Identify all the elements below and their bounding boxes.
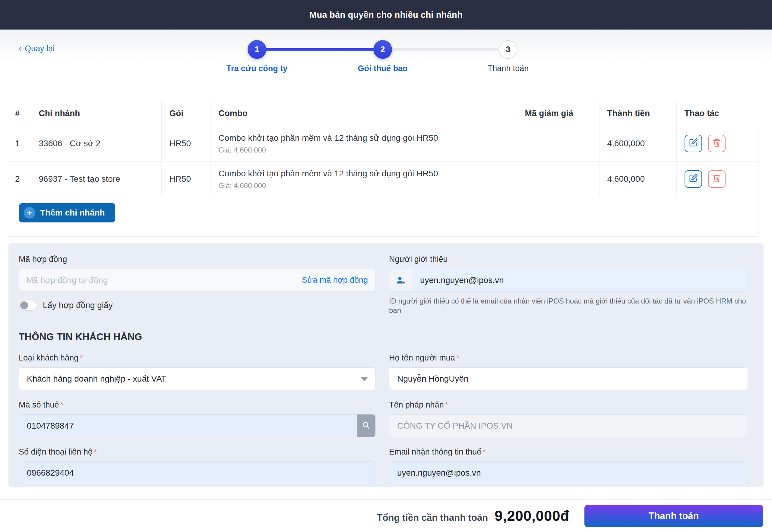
tax-email-block: Email nhận thông tin thuế*	[389, 447, 748, 484]
required-mark: *	[94, 447, 97, 456]
row-combo: Combo khởi tạo phần mềm và 12 tháng sử d…	[210, 161, 517, 197]
row-actions	[676, 126, 759, 161]
referrer-help-text: ID người giới thiệu có thể là email của …	[389, 296, 748, 315]
required-mark: *	[456, 353, 460, 362]
back-link[interactable]: ‹ Quay lại	[19, 44, 55, 53]
referrer-field	[389, 269, 748, 291]
stepper-connector-todo	[383, 48, 508, 51]
add-branch-label: Thêm chi nhánh	[40, 208, 105, 218]
row-branch: 33606 - Cơ sở 2	[31, 126, 161, 161]
top-bar: Mua bản quyền cho nhiều chi nhánh	[0, 0, 772, 30]
referrer-person-icon	[389, 269, 412, 291]
tax-email-label: Email nhận thông tin thuế	[389, 447, 481, 456]
row-branch: 96937 - Test tạo store	[31, 161, 161, 197]
legal-name-input	[389, 414, 748, 437]
contract-code-input[interactable]	[26, 275, 302, 285]
row-index: 1	[7, 126, 31, 161]
trash-icon	[712, 174, 721, 185]
col-header-index: #	[7, 101, 31, 126]
payment-footer: Tổng tiền cần thanh toán 9,200,000đ Than…	[0, 499, 772, 532]
col-header-actions: Thao tác	[676, 101, 759, 126]
col-header-combo: Combo	[210, 101, 517, 126]
add-branch-button[interactable]: + Thêm chi nhánh	[19, 203, 115, 222]
row-actions	[676, 161, 759, 197]
back-link-label: Quay lại	[25, 44, 55, 53]
delete-row-button[interactable]	[708, 135, 726, 152]
step-1-label: Tra cứu công ty	[206, 64, 308, 73]
step-2-circle[interactable]: 2	[373, 40, 392, 59]
combo-title: Combo khởi tạo phần mềm và 12 tháng sử d…	[219, 168, 509, 179]
page-title: Mua bản quyền cho nhiều chi nhánh	[309, 10, 463, 20]
row-index: 2	[7, 161, 31, 197]
tax-lookup-button[interactable]	[357, 414, 375, 437]
row-discount	[517, 126, 599, 161]
phone-input[interactable]	[19, 461, 375, 484]
delete-row-button[interactable]	[708, 170, 726, 188]
row-package: HR50	[161, 126, 210, 161]
total-value: 9,200,000đ	[495, 508, 569, 524]
plus-icon: +	[24, 207, 35, 219]
buyer-name-block: Họ tên người mua*	[389, 353, 748, 390]
referrer-block: Người giới thiệu ID người giới thiệu có …	[389, 255, 748, 315]
chevron-left-icon: ‹	[19, 44, 22, 53]
row-combo: Combo khởi tạo phần mềm và 12 tháng sử d…	[210, 126, 517, 161]
trash-icon	[712, 138, 721, 149]
legal-name-block: Tên pháp nhân*	[389, 400, 748, 437]
customer-section-title: THÔNG TIN KHÁCH HÀNG	[19, 331, 748, 342]
tax-code-input[interactable]	[19, 414, 357, 437]
edit-icon	[689, 138, 698, 149]
combo-price: Giá: 4,600,000	[219, 146, 509, 154]
contract-code-field: Sửa mã hợp đồng	[19, 269, 375, 291]
combo-title: Combo khởi tạo phần mềm và 12 tháng sử d…	[219, 133, 509, 143]
table-header-row: # Chi nhánh Gói Combo Mã giảm giá Thành …	[7, 101, 759, 126]
combo-price: Giá: 4,600,000	[219, 181, 509, 190]
phone-label: Số điện thoại liên hệ	[19, 447, 93, 456]
total-label: Tổng tiền cần thanh toán	[377, 512, 488, 523]
step-3-label: Thanh toán	[457, 64, 559, 73]
buyer-name-input[interactable]	[389, 367, 748, 390]
customer-type-block: Loại khách hàng* Khách hàng doanh nghiệp…	[19, 353, 375, 390]
legal-name-label: Tên pháp nhân	[389, 400, 444, 409]
required-mark: *	[483, 447, 486, 456]
edit-contract-code-link[interactable]: Sửa mã hợp đồng	[302, 275, 368, 285]
table-row: 1 33606 - Cơ sở 2 HR50 Combo khởi tạo ph…	[7, 126, 759, 161]
step-2-label: Gói thuê bao	[331, 64, 434, 73]
referrer-label: Người giới thiệu	[389, 255, 748, 264]
customer-type-label: Loại khách hàng	[19, 353, 78, 362]
tax-code-block: Mã số thuế*	[19, 400, 375, 437]
row-amount: 4,600,000	[599, 161, 676, 197]
row-package: HR50	[161, 161, 210, 197]
pay-button[interactable]: Thanh toán	[585, 505, 763, 527]
branches-table-card: # Chi nhánh Gói Combo Mã giảm giá Thành …	[7, 101, 758, 237]
col-header-package: Gói	[161, 101, 210, 126]
stepper-connector-done	[257, 48, 383, 51]
branches-table: # Chi nhánh Gói Combo Mã giảm giá Thành …	[7, 101, 759, 197]
contract-code-label: Mã hợp đồng	[19, 255, 375, 264]
buyer-name-label: Họ tên người mua	[389, 353, 455, 362]
row-amount: 4,600,000	[599, 126, 676, 161]
col-header-branch: Chi nhánh	[31, 101, 161, 126]
contract-customer-section: Mã hợp đồng Sửa mã hợp đồng Lấy hợp đồng…	[8, 243, 764, 487]
license-purchase-page: Mua bản quyền cho nhiều chi nhánh ‹ Quay…	[0, 0, 772, 532]
table-row: 2 96937 - Test tạo store HR50 Combo khởi…	[7, 161, 759, 197]
paper-contract-toggle[interactable]	[19, 300, 37, 311]
tax-email-input[interactable]	[389, 461, 748, 484]
required-mark: *	[80, 353, 83, 362]
phone-block: Số điện thoại liên hệ*	[19, 447, 375, 484]
col-header-amount: Thành tiền	[599, 101, 676, 126]
tax-code-label: Mã số thuế	[19, 400, 59, 409]
toggle-knob	[20, 301, 28, 309]
customer-type-select[interactable]: Khách hàng doanh nghiệp - xuất VAT	[19, 367, 375, 390]
referrer-input[interactable]	[412, 269, 748, 291]
edit-row-button[interactable]	[685, 135, 702, 152]
step-1-circle[interactable]: 1	[247, 40, 266, 59]
chevron-down-icon	[361, 377, 367, 381]
edit-row-button[interactable]	[685, 170, 702, 188]
edit-icon	[689, 174, 698, 185]
required-mark: *	[445, 400, 449, 409]
step-3-circle[interactable]: 3	[499, 40, 518, 59]
contract-code-block: Mã hợp đồng Sửa mã hợp đồng Lấy hợp đồng…	[19, 255, 375, 315]
required-mark: *	[60, 400, 64, 409]
paper-contract-label: Lấy hợp đồng giấy	[43, 301, 113, 310]
search-icon	[361, 421, 370, 431]
